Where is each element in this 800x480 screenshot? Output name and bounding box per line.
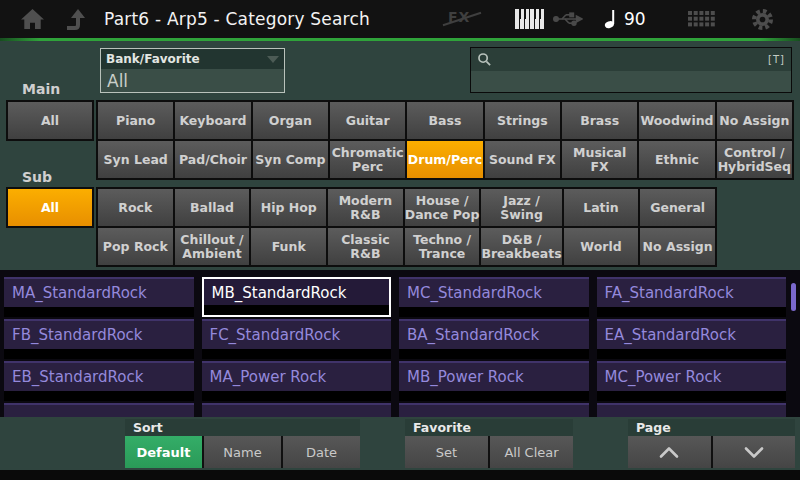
gear-icon[interactable] <box>748 0 776 38</box>
result-item-subline <box>597 349 787 359</box>
home-icon[interactable] <box>18 0 46 38</box>
sub-section-label: Sub <box>22 169 52 185</box>
result-item-subline <box>4 307 194 317</box>
usb-midi-icon[interactable] <box>552 0 584 38</box>
page-up-button[interactable] <box>628 436 711 468</box>
result-item-subline <box>399 307 589 317</box>
sub-category-house-dance-pop[interactable]: House / Dance Pop <box>405 189 480 226</box>
sort-date-button[interactable]: Date <box>283 436 360 468</box>
main-category-syn-lead[interactable]: Syn Lead <box>98 141 173 178</box>
result-item-subline <box>4 349 194 359</box>
bank-favorite-value: All <box>101 69 284 92</box>
main-category-no-assign[interactable]: No Assign <box>717 102 792 139</box>
result-item-label: EA_StandardRock <box>597 321 787 349</box>
result-item-subline <box>597 391 787 401</box>
tempo-value[interactable]: 90 <box>624 0 646 38</box>
sub-category-world[interactable]: World <box>564 228 639 265</box>
result-item-subline <box>399 391 589 401</box>
result-item-label: MB_Power Rock <box>399 363 589 391</box>
main-category-woodwind[interactable]: Woodwind <box>639 102 714 139</box>
sub-category-funk[interactable]: Funk <box>251 228 326 265</box>
favorite-label: Favorite <box>405 419 573 436</box>
footer-bar: Sort DefaultNameDate Favorite SetAll Cle… <box>0 417 800 470</box>
result-item-ma-standardrock[interactable]: MA_StandardRock <box>4 277 194 317</box>
main-category-piano[interactable]: Piano <box>98 102 173 139</box>
sub-category-d-b-breakbeats[interactable]: D&B / Breakbeats <box>481 228 561 265</box>
sub-category-jazz-swing[interactable]: Jazz / Swing <box>481 189 561 226</box>
search-icon <box>477 52 492 67</box>
main-category-strings[interactable]: Strings <box>485 102 560 139</box>
result-item-mc-power-rock[interactable]: MC_Power Rock <box>597 361 787 401</box>
result-item-mb-power-rock[interactable]: MB_Power Rock <box>399 361 589 401</box>
sub-category-hip-hop[interactable]: Hip Hop <box>251 189 326 226</box>
bank-favorite-label: Bank/Favorite <box>106 52 200 66</box>
result-item-label: MA_StandardRock <box>4 279 194 307</box>
sub-category-latin[interactable]: Latin <box>564 189 639 226</box>
result-item-subline <box>202 349 392 359</box>
main-category-musical-fx[interactable]: Musical FX <box>562 141 637 178</box>
text-entry-hint[interactable]: [T] <box>768 54 785 65</box>
main-category-chromatic-perc[interactable]: Chromatic Perc <box>330 141 405 178</box>
result-item-subline <box>4 391 194 401</box>
header-bar: Part6 - Arp5 - Category Search FX <box>0 0 800 38</box>
main-category-drum-perc[interactable]: Drum/Perc <box>407 141 482 178</box>
main-section-label: Main <box>22 81 60 97</box>
favorite-set-button[interactable]: Set <box>405 436 488 468</box>
result-item-subline <box>597 307 787 317</box>
main-category-control-hybridseq[interactable]: Control / HybridSeq <box>717 141 792 178</box>
keyboard-icon[interactable] <box>514 0 548 38</box>
main-category-sound-fx[interactable]: Sound FX <box>485 141 560 178</box>
fx-bypass-icon[interactable]: FX <box>444 9 480 29</box>
result-item-mc-standardrock[interactable]: MC_StandardRock <box>399 277 589 317</box>
main-category-pad-choir[interactable]: Pad/Choir <box>175 141 250 178</box>
sub-category-modern-r-b[interactable]: Modern R&B <box>328 189 403 226</box>
main-category-brass[interactable]: Brass <box>562 102 637 139</box>
result-item-partial[interactable] <box>597 403 787 417</box>
search-input[interactable]: [T] <box>470 47 792 93</box>
exit-up-icon[interactable] <box>62 0 90 38</box>
category-panel: Bank/Favorite All [T] Main All PianoKeyb… <box>0 41 800 270</box>
result-item-ba-standardrock[interactable]: BA_StandardRock <box>399 319 589 359</box>
main-category-guitar[interactable]: Guitar <box>330 102 405 139</box>
main-category-bass[interactable]: Bass <box>407 102 482 139</box>
bank-favorite-dropdown[interactable]: Bank/Favorite All <box>100 48 285 93</box>
sub-category-rock[interactable]: Rock <box>98 189 173 226</box>
result-item-fb-standardrock[interactable]: FB_StandardRock <box>4 319 194 359</box>
sub-category-ballad[interactable]: Ballad <box>175 189 250 226</box>
page-down-button[interactable] <box>713 436 796 468</box>
main-category-syn-comp[interactable]: Syn Comp <box>253 141 328 178</box>
chevron-down-icon <box>267 56 279 63</box>
sub-category-all-button[interactable]: All <box>8 189 92 226</box>
sort-name-button[interactable]: Name <box>204 436 281 468</box>
result-item-fc-standardrock[interactable]: FC_StandardRock <box>202 319 392 359</box>
sub-category-no-assign[interactable]: No Assign <box>640 228 715 265</box>
result-item-fa-standardrock[interactable]: FA_StandardRock <box>597 277 787 317</box>
page-group: Page <box>628 419 795 468</box>
favorite-all-clear-button[interactable]: All Clear <box>490 436 573 468</box>
result-item-label: MB_StandardRock <box>204 279 390 305</box>
matrix-grid-icon[interactable] <box>686 0 716 38</box>
main-category-keyboard[interactable]: Keyboard <box>175 102 250 139</box>
scrollbar-thumb[interactable] <box>791 283 796 311</box>
result-item-partial[interactable] <box>399 403 589 417</box>
chevron-up-icon <box>658 445 680 459</box>
result-item-mb-standardrock[interactable]: MB_StandardRock <box>202 277 392 317</box>
results-list: MA_StandardRockMB_StandardRockMC_Standar… <box>0 270 800 417</box>
result-item-label: FC_StandardRock <box>202 321 392 349</box>
sort-default-button[interactable]: Default <box>125 436 202 468</box>
result-item-ea-standardrock[interactable]: EA_StandardRock <box>597 319 787 359</box>
main-category-grid: PianoKeyboardOrganGuitarBassStringsBrass… <box>96 100 794 180</box>
result-item-label: EB_StandardRock <box>4 363 194 391</box>
sub-category-general[interactable]: General <box>640 189 715 226</box>
result-item-eb-standardrock[interactable]: EB_StandardRock <box>4 361 194 401</box>
sub-category-classic-r-b[interactable]: Classic R&B <box>328 228 403 265</box>
result-item-partial[interactable] <box>202 403 392 417</box>
main-category-ethnic[interactable]: Ethnic <box>639 141 714 178</box>
result-item-ma-power-rock[interactable]: MA_Power Rock <box>202 361 392 401</box>
main-category-organ[interactable]: Organ <box>253 102 328 139</box>
sub-category-chillout-ambient[interactable]: Chillout / Ambient <box>175 228 250 265</box>
main-category-all-button[interactable]: All <box>8 102 92 139</box>
sub-category-pop-rock[interactable]: Pop Rock <box>98 228 173 265</box>
sub-category-techno-trance[interactable]: Techno / Trance <box>405 228 480 265</box>
result-item-partial[interactable] <box>4 403 194 417</box>
